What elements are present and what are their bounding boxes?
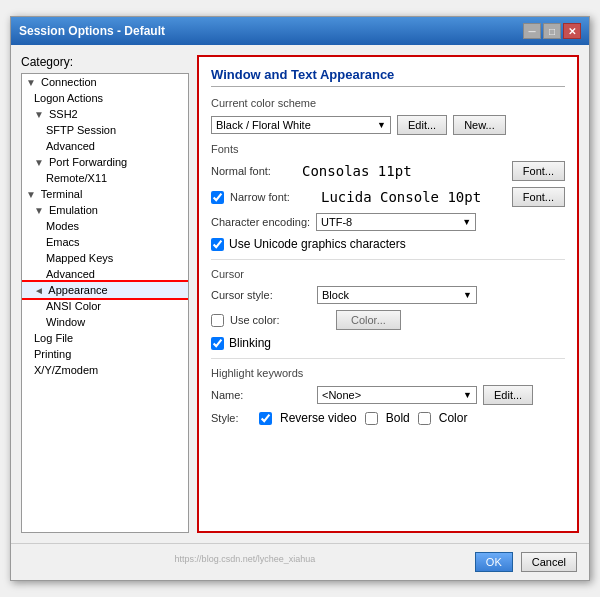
expand-appearance-icon: ◄	[34, 285, 44, 296]
watermark-text: https://blog.csdn.net/lychee_xiahua	[23, 552, 467, 572]
color-button[interactable]: Color...	[336, 310, 401, 330]
blinking-label: Blinking	[229, 336, 271, 350]
char-encoding-label: Character encoding:	[211, 216, 310, 228]
tree-item-modes[interactable]: Modes	[22, 218, 188, 234]
main-options-panel: Window and Text Appearance Current color…	[197, 55, 579, 533]
tree-item-xy-zmodem[interactable]: X/Y/Zmodem	[22, 362, 188, 378]
tree-item-emulation[interactable]: ▼ Emulation	[22, 202, 188, 218]
narrow-font-value: Lucida Console 10pt	[321, 189, 506, 205]
tree-item-remote-x11[interactable]: Remote/X11	[22, 170, 188, 186]
color-check-label: Color	[439, 411, 468, 425]
unicode-checkbox[interactable]	[211, 238, 224, 251]
ok-button[interactable]: OK	[475, 552, 513, 572]
cursor-style-arrow-icon: ▼	[463, 290, 472, 300]
style-label: Style:	[211, 412, 251, 424]
cursor-style-value: Block	[322, 289, 349, 301]
minimize-button[interactable]: ─	[523, 23, 541, 39]
normal-font-label: Normal font:	[211, 165, 296, 177]
use-color-label: Use color:	[230, 314, 330, 326]
normal-font-row: Normal font: Consolas 11pt Font...	[211, 161, 565, 181]
title-bar: Session Options - Default ─ □ ✕	[11, 17, 589, 45]
fonts-label: Fonts	[211, 143, 565, 155]
use-color-checkbox[interactable]	[211, 314, 224, 327]
tree-item-mapped-keys[interactable]: Mapped Keys	[22, 250, 188, 266]
tree-item-ansi-color[interactable]: ANSI Color	[22, 298, 188, 314]
expand-terminal-icon: ▼	[26, 189, 36, 200]
main-window: Session Options - Default ─ □ ✕ Category…	[10, 16, 590, 581]
narrow-font-checkbox[interactable]	[211, 191, 224, 204]
reverse-video-checkbox[interactable]	[259, 412, 272, 425]
color-scheme-label: Current color scheme	[211, 97, 565, 109]
color-scheme-row: Black / Floral White ▼ Edit... New...	[211, 115, 565, 135]
bold-label: Bold	[386, 411, 410, 425]
cursor-style-label: Cursor style:	[211, 289, 311, 301]
tree-item-advanced-ssh2[interactable]: Advanced	[22, 138, 188, 154]
bottom-bar: https://blog.csdn.net/lychee_xiahua OK C…	[11, 543, 589, 580]
expand-ssh2-icon: ▼	[34, 109, 44, 120]
char-encoding-value: UTF-8	[321, 216, 352, 228]
edit-color-button[interactable]: Edit...	[397, 115, 447, 135]
normal-font-button[interactable]: Font...	[512, 161, 565, 181]
maximize-button[interactable]: □	[543, 23, 561, 39]
bold-checkbox[interactable]	[365, 412, 378, 425]
blinking-row: Blinking	[211, 336, 565, 350]
cursor-style-row: Cursor style: Block ▼	[211, 286, 565, 304]
category-panel: Category: ▼ Connection Logon Actions ▼ S…	[21, 55, 189, 533]
tree-item-logon-actions[interactable]: Logon Actions	[22, 90, 188, 106]
highlight-name-row: Name: <None> ▼ Edit...	[211, 385, 565, 405]
color-scheme-arrow-icon: ▼	[377, 120, 386, 130]
unicode-label: Use Unicode graphics characters	[229, 237, 406, 251]
color-scheme-value: Black / Floral White	[216, 119, 311, 131]
title-bar-buttons: ─ □ ✕	[523, 23, 581, 39]
cursor-label: Cursor	[211, 268, 565, 280]
tree-item-appearance[interactable]: ◄ Appearance	[22, 282, 188, 298]
name-label: Name:	[211, 389, 311, 401]
highlight-edit-button[interactable]: Edit...	[483, 385, 533, 405]
blinking-checkbox[interactable]	[211, 337, 224, 350]
char-encoding-dropdown[interactable]: UTF-8 ▼	[316, 213, 476, 231]
tree-item-terminal[interactable]: ▼ Terminal	[22, 186, 188, 202]
new-color-button[interactable]: New...	[453, 115, 506, 135]
category-tree: ▼ Connection Logon Actions ▼ SSH2 SFTP S…	[21, 73, 189, 533]
tree-item-printing[interactable]: Printing	[22, 346, 188, 362]
tree-item-advanced-emulation[interactable]: Advanced	[22, 266, 188, 282]
char-encoding-row: Character encoding: UTF-8 ▼	[211, 213, 565, 231]
cancel-button[interactable]: Cancel	[521, 552, 577, 572]
char-encoding-arrow-icon: ▼	[462, 217, 471, 227]
tree-item-port-forwarding[interactable]: ▼ Port Forwarding	[22, 154, 188, 170]
tree-item-log-file[interactable]: Log File	[22, 330, 188, 346]
narrow-font-row: Narrow font: Lucida Console 10pt Font...	[211, 187, 565, 207]
panel-title: Window and Text Appearance	[211, 67, 565, 87]
use-color-row: Use color: Color...	[211, 310, 565, 330]
reverse-video-label: Reverse video	[280, 411, 357, 425]
content-area: Category: ▼ Connection Logon Actions ▼ S…	[11, 45, 589, 543]
divider1	[211, 259, 565, 260]
close-button[interactable]: ✕	[563, 23, 581, 39]
tree-item-sftp-session[interactable]: SFTP Session	[22, 122, 188, 138]
unicode-row: Use Unicode graphics characters	[211, 237, 565, 251]
window-title: Session Options - Default	[19, 24, 165, 38]
tree-item-ssh2[interactable]: ▼ SSH2	[22, 106, 188, 122]
highlight-name-dropdown[interactable]: <None> ▼	[317, 386, 477, 404]
highlight-name-value: <None>	[322, 389, 361, 401]
narrow-font-button[interactable]: Font...	[512, 187, 565, 207]
expand-emulation-icon: ▼	[34, 205, 44, 216]
expand-connection-icon: ▼	[26, 77, 36, 88]
highlight-name-arrow-icon: ▼	[463, 390, 472, 400]
highlight-label: Highlight keywords	[211, 367, 565, 379]
divider2	[211, 358, 565, 359]
color-check-checkbox[interactable]	[418, 412, 431, 425]
category-label: Category:	[21, 55, 189, 69]
style-row: Style: Reverse video Bold Color	[211, 411, 565, 425]
tree-item-connection[interactable]: ▼ Connection	[22, 74, 188, 90]
tree-item-emacs[interactable]: Emacs	[22, 234, 188, 250]
expand-port-icon: ▼	[34, 157, 44, 168]
color-scheme-dropdown[interactable]: Black / Floral White ▼	[211, 116, 391, 134]
cursor-style-dropdown[interactable]: Block ▼	[317, 286, 477, 304]
tree-item-window[interactable]: Window	[22, 314, 188, 330]
normal-font-value: Consolas 11pt	[302, 163, 506, 179]
narrow-font-label: Narrow font:	[230, 191, 315, 203]
